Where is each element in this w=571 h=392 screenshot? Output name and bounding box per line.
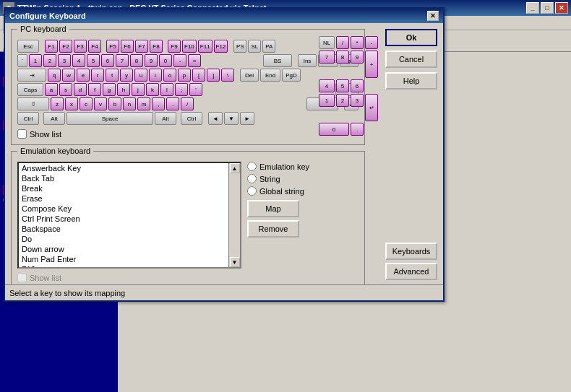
key-semicolon[interactable]: ; bbox=[175, 83, 188, 96]
key-7[interactable]: 7 bbox=[116, 54, 129, 67]
key-t[interactable]: t bbox=[106, 69, 119, 82]
key-backslash[interactable]: \ bbox=[221, 69, 234, 82]
show-list-bottom-checkbox[interactable] bbox=[17, 273, 27, 282]
key-caps[interactable]: Caps bbox=[17, 83, 43, 96]
key-w[interactable]: w bbox=[62, 69, 75, 82]
numpad-enter[interactable]: ↵ bbox=[365, 94, 378, 121]
key-lctrl[interactable]: Ctrl bbox=[17, 112, 39, 125]
numpad-7[interactable]: 7 bbox=[319, 51, 335, 64]
key-backspace[interactable]: BS bbox=[263, 54, 292, 67]
key-b[interactable]: b bbox=[108, 97, 121, 110]
key-sl[interactable]: SL bbox=[248, 40, 261, 53]
key-f4[interactable]: F4 bbox=[88, 40, 101, 53]
numpad-dot[interactable]: . bbox=[351, 123, 364, 136]
emulation-key-backtab[interactable]: Back Tab bbox=[19, 173, 228, 183]
key-tab[interactable]: ⇥ bbox=[17, 69, 46, 82]
numpad-div[interactable]: / bbox=[336, 36, 349, 49]
emulation-key-compose[interactable]: Compose Key bbox=[19, 204, 228, 214]
key-f8[interactable]: F8 bbox=[150, 40, 163, 53]
key-z[interactable]: z bbox=[51, 97, 64, 110]
emulation-key-erase[interactable]: Erase bbox=[19, 193, 228, 204]
key-down[interactable]: ▼ bbox=[224, 112, 239, 125]
close-button[interactable]: ✕ bbox=[555, 2, 568, 14]
map-button[interactable]: Map bbox=[247, 200, 299, 217]
numpad-6[interactable]: 6 bbox=[351, 79, 364, 92]
key-del[interactable]: Del bbox=[240, 69, 259, 82]
key-ins[interactable]: Ins bbox=[298, 54, 317, 67]
show-list-top-checkbox[interactable] bbox=[17, 129, 27, 139]
dialog-close-button[interactable]: ✕ bbox=[427, 11, 439, 21]
key-i[interactable]: i bbox=[149, 69, 162, 82]
key-f3[interactable]: F3 bbox=[74, 40, 87, 53]
key-9[interactable]: 9 bbox=[145, 54, 158, 67]
key-1[interactable]: 1 bbox=[29, 54, 42, 67]
emulation-key-ctrlprint[interactable]: Ctrl Print Screen bbox=[19, 214, 228, 224]
key-y[interactable]: y bbox=[120, 69, 133, 82]
key-f1[interactable]: F1 bbox=[45, 40, 58, 53]
key-n[interactable]: n bbox=[123, 97, 136, 110]
emulation-key-down[interactable]: Down arrow bbox=[19, 244, 228, 254]
remove-button[interactable]: Remove bbox=[247, 220, 299, 238]
key-f11[interactable]: F11 bbox=[198, 40, 212, 53]
key-space[interactable]: Space bbox=[66, 112, 153, 125]
minimize-button[interactable]: _ bbox=[526, 2, 539, 14]
numpad-2[interactable]: 2 bbox=[336, 94, 349, 107]
emulation-key-do[interactable]: Do bbox=[19, 234, 228, 244]
key-r[interactable]: r bbox=[91, 69, 104, 82]
key-m[interactable]: m bbox=[137, 97, 150, 110]
key-d[interactable]: d bbox=[74, 83, 87, 96]
key-x[interactable]: x bbox=[65, 97, 78, 110]
key-f6[interactable]: F6 bbox=[121, 40, 134, 53]
emulation-key-break[interactable]: Break bbox=[19, 183, 228, 193]
numpad-8[interactable]: 8 bbox=[336, 51, 349, 64]
key-period[interactable]: . bbox=[166, 97, 179, 110]
key-j[interactable]: j bbox=[132, 83, 145, 96]
emulation-key-answerback[interactable]: Answerback Key bbox=[19, 163, 228, 173]
key-v[interactable]: v bbox=[94, 97, 107, 110]
key-u[interactable]: u bbox=[134, 69, 147, 82]
key-s[interactable]: s bbox=[59, 83, 72, 96]
key-8[interactable]: 8 bbox=[130, 54, 143, 67]
key-rctrl[interactable]: Ctrl bbox=[181, 112, 202, 125]
key-c[interactable]: c bbox=[80, 97, 93, 110]
listbox-scrollbar[interactable]: ▲ ▼ bbox=[228, 163, 240, 267]
emulation-key-backspace[interactable]: Backspace bbox=[19, 224, 228, 234]
key-p[interactable]: p bbox=[178, 69, 191, 82]
help-button[interactable]: Help bbox=[385, 72, 437, 90]
key-f2[interactable]: F2 bbox=[59, 40, 72, 53]
numpad-5[interactable]: 5 bbox=[336, 79, 349, 92]
key-ps[interactable]: PS bbox=[233, 40, 246, 53]
key-pgdn[interactable]: PgD bbox=[282, 69, 301, 82]
key-f7[interactable]: F7 bbox=[135, 40, 148, 53]
key-left[interactable]: ◄ bbox=[208, 112, 223, 125]
key-a[interactable]: a bbox=[45, 83, 58, 96]
numpad-3[interactable]: 3 bbox=[351, 94, 364, 107]
numpad-plus[interactable]: + bbox=[365, 51, 378, 78]
key-comma[interactable]: , bbox=[152, 97, 165, 110]
key-esc[interactable]: Esc bbox=[17, 40, 39, 53]
key-ralt[interactable]: Alt bbox=[155, 112, 176, 125]
key-f10[interactable]: F10 bbox=[182, 40, 197, 53]
numpad-1[interactable]: 1 bbox=[319, 94, 335, 107]
key-backtick[interactable]: ` bbox=[17, 54, 27, 67]
key-g[interactable]: g bbox=[103, 83, 116, 96]
key-equals[interactable]: = bbox=[188, 54, 201, 67]
scroll-down-button[interactable]: ▼ bbox=[230, 257, 240, 267]
key-f5[interactable]: F5 bbox=[106, 40, 119, 53]
key-lalt[interactable]: Alt bbox=[43, 112, 65, 125]
key-slash[interactable]: / bbox=[181, 97, 194, 110]
ok-button[interactable]: Ok bbox=[385, 29, 437, 46]
emulation-key-radio[interactable] bbox=[247, 162, 257, 171]
key-4[interactable]: 4 bbox=[72, 54, 85, 67]
numpad-minus[interactable]: - bbox=[365, 36, 378, 49]
numpad-mul[interactable]: * bbox=[351, 36, 364, 49]
key-f9[interactable]: F9 bbox=[168, 40, 181, 53]
numpad-9[interactable]: 9 bbox=[351, 51, 364, 64]
key-q[interactable]: q bbox=[48, 69, 61, 82]
numpad-nl[interactable]: NL bbox=[319, 36, 335, 49]
key-2[interactable]: 2 bbox=[43, 54, 56, 67]
key-l[interactable]: l bbox=[160, 83, 173, 96]
emulation-key-numpadenter[interactable]: Num Pad Enter bbox=[19, 254, 228, 264]
key-e[interactable]: e bbox=[77, 69, 90, 82]
key-rbracket[interactable]: ] bbox=[207, 69, 220, 82]
